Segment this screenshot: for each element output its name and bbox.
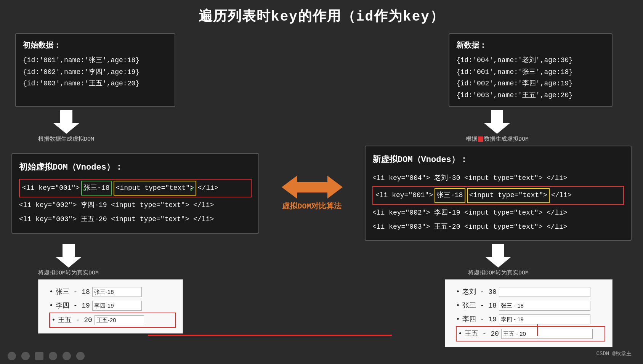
toolbar-icon-3[interactable] [35,352,43,360]
right-vdom-row-001: <li key="001"> 张三-18 <input type="text">… [372,186,624,205]
left-data-line-2: {id:'002',name:'李四',age:19} [23,66,168,78]
right-arrow-head-1 [484,123,510,134]
right-data-line-1: {id:'004',name:'老刘',age:30} [456,55,605,66]
left-arrow-head-2 [56,257,82,268]
left-real-row-1: • 张三 - 18 [49,285,176,299]
right-vdom-box: 新虚拟DOM（Vnodes）： <li key="004"> 老刘-30 <in… [365,146,632,241]
right-real-text-1: 老刘 - 30 [462,285,497,299]
left-real-text-1: 张三 - 18 [56,285,90,299]
right-flow-label-p2: 数据生成虚拟DOM [484,136,529,143]
right-real-text-3: 李四 - 19 [462,313,497,326]
toolbar-icon-5[interactable] [63,352,71,360]
right-vdom-name-001: 张三-18 [435,188,465,203]
compare-label: 虚拟DOM对比算法 [282,201,342,211]
toolbar [8,352,85,360]
left-arrow-1: 根据数据生成虚拟DOM [38,110,94,143]
toolbar-icon-6[interactable] [76,352,85,360]
right-vdom-row-004-text: <li key="004"> 老刘-30 <input type="text">… [372,172,567,184]
left-bottom-flow-label: 将虚拟DOM转为真实DOM [38,269,99,276]
bottom-section: • 张三 - 18 • 李四 - 19 • 王五 - 20 • 老刘 [0,276,643,347]
left-vdom-row-1: <li key="001"> 张三-18 <input type="text">… [19,179,252,197]
left-data-box: 初始数据： {id:'001',name:'张三',age:18} {id:'0… [15,33,175,107]
left-arrow-head-1 [53,123,79,134]
right-data-line-4: {id:'003',name:'王五',age:20} [456,90,605,101]
left-data-line-1: {id:'001',name:'张三',age:18} [23,55,168,66]
r-bullet-3: • [456,313,460,326]
left-vdom-label: 初始虚拟DOM（Vnodes）： [19,160,252,176]
right-real-dom-wrapper: • 老刘 - 30 • 张三 - 18 • 李四 - 19 • 王五 - 20 [414,279,613,347]
right-arrow-shaft-1 [491,110,503,123]
right-real-input-1[interactable] [499,287,590,297]
left-vdom-row-3: <li key="003"> 王五-20 <input type="text">… [19,212,252,226]
right-vdom-row-002-text: <li key="002"> 李四-19 <input type="text">… [372,207,567,219]
left-arrow-shaft-1 [60,110,72,123]
left-data-label: 初始数据： [23,39,168,52]
right-vdom-li-open-001: <li key="001"> [375,189,433,202]
left-vdom-name-1: 张三-18 [81,181,112,196]
r-bullet-2: • [456,299,460,313]
right-data-label: 新数据： [456,39,605,52]
bullet-3: • [51,313,56,327]
arrow-middle-shaft [297,182,327,192]
left-vdom-li-close-1: </li> [198,182,218,194]
left-real-row-2: • 李四 - 19 [49,299,176,313]
left-flow-label: 根据数据生成虚拟DOM [38,135,94,143]
left-vdom-row-2: <li key="002"> 李四-19 <input type="text">… [19,198,252,212]
red-connector-vert [537,324,538,336]
left-real-text-3: 王五 - 20 [58,313,92,327]
arrow-right-icon [327,176,343,199]
right-vdom-label: 新虚拟DOM（Vnodes）： [372,152,624,168]
red-connector-line [148,335,392,336]
right-arrow-1: 根据数据生成虚拟DOM [466,110,529,143]
left-real-input-1[interactable] [92,287,142,297]
r-bullet-4: • [458,327,462,341]
left-arrow-shaft-2 [63,244,75,257]
left-arrow-2: 将虚拟DOM转为真实DOM [38,244,99,276]
left-vdom-row3-text: <li key="003"> 王五-20 <input type="text">… [19,213,214,226]
watermark: CSDN @秋堂主 [596,350,632,357]
left-real-dom-box: • 张三 - 18 • 李四 - 19 • 王五 - 20 [38,279,183,334]
right-data-line-2: {id:'001',name:'张三',age:18} [456,66,605,78]
left-real-text-2: 李四 - 19 [56,299,90,313]
r-bullet-1: • [456,285,460,299]
right-arrow-shaft-2 [492,244,504,257]
toolbar-icon-1[interactable] [8,352,16,360]
right-real-input-3[interactable] [499,314,590,324]
right-data-line-3: {id:'002',name:'李四',age:19} [456,78,605,90]
right-real-row-1: • 老刘 - 30 [456,285,605,299]
right-real-row-4: • 王五 - 20 [456,326,605,342]
right-data-box: 新数据： {id:'004',name:'老刘',age:30} {id:'00… [449,33,613,107]
toolbar-icon-2[interactable] [21,352,30,360]
right-arrow-2: 将虚拟DOM转为真实DOM [468,244,529,276]
toolbar-icon-4[interactable] [49,352,57,360]
left-real-input-3[interactable] [95,315,144,325]
top-section: 初始数据： {id:'001',name:'张三',age:18} {id:'0… [0,33,643,107]
right-real-input-4[interactable] [501,329,593,339]
left-vdom-li-open-1: <li key="001"> [22,182,80,194]
page-title: 遍历列表时key的作用（id作为key） [0,0,643,29]
right-flow-label: 根据数据生成虚拟DOM [466,135,529,143]
right-vdom-li-close-001: </li> [551,189,572,202]
compare-box: 虚拟DOM对比算法 [282,176,343,211]
left-vdom-row2-text: <li key="002"> 李四-19 <input type="text">… [19,199,214,212]
right-real-input-2[interactable] [499,301,590,311]
left-data-line-3: {id:'003',name:'王五',age:20} [23,78,168,90]
right-real-row-3: • 李四 - 19 [456,313,605,326]
left-vdom-box: 初始虚拟DOM（Vnodes）： <li key="001"> 张三-18 <i… [11,153,259,234]
red-square-icon [478,136,483,142]
left-real-row-3: • 王五 - 20 [49,313,176,328]
right-bottom-flow-label: 将虚拟DOM转为真实DOM [468,269,529,276]
left-vdom-input-1: <input type="text"> [114,181,196,196]
right-vdom-row-003: <li key="003"> 王五-20 <input type="text">… [372,220,624,234]
left-real-input-2[interactable] [92,301,142,311]
bullet-1: • [49,285,53,299]
right-vdom-row-003-text: <li key="003"> 王五-20 <input type="text">… [372,221,567,233]
right-vdom-row-002: <li key="002"> 李四-19 <input type="text">… [372,206,624,220]
bullet-2: • [49,299,53,313]
right-real-row-2: • 张三 - 18 [456,299,605,313]
left-real-dom-wrapper: • 张三 - 18 • 李四 - 19 • 王五 - 20 [27,279,183,347]
right-flow-label-p1: 根据 [466,136,477,143]
right-arrow-head-2 [485,257,511,268]
flow-arrows-row-2: 将虚拟DOM转为真实DOM 将虚拟DOM转为真实DOM [0,241,643,276]
right-real-text-2: 张三 - 18 [462,299,497,313]
